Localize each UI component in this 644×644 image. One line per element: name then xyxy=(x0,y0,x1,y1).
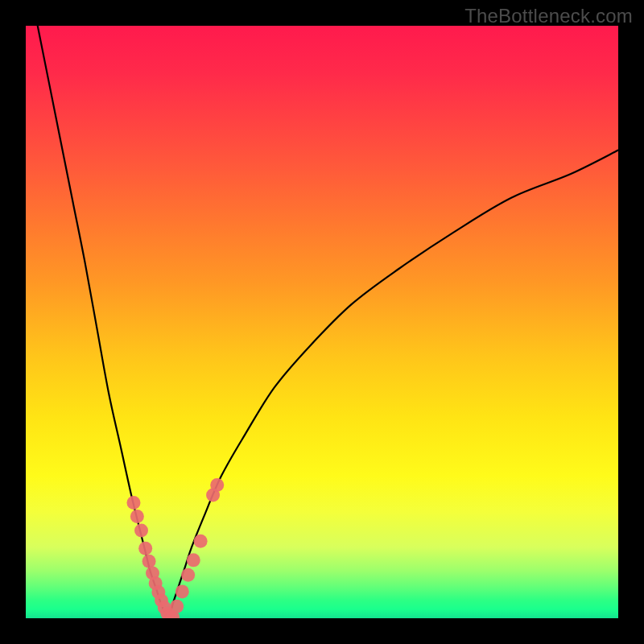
plot-area xyxy=(26,26,618,618)
chart-frame: TheBottleneck.com xyxy=(0,0,644,644)
watermark-text: TheBottleneck.com xyxy=(464,5,633,27)
data-point xyxy=(126,496,140,510)
curve-group xyxy=(38,26,618,618)
data-point xyxy=(170,600,184,613)
chart-svg xyxy=(26,26,618,618)
data-point xyxy=(175,584,189,598)
data-point xyxy=(181,568,195,582)
data-point xyxy=(210,478,224,492)
data-point xyxy=(134,524,148,538)
data-point xyxy=(138,542,152,555)
data-point xyxy=(187,553,200,567)
data-point xyxy=(130,510,144,523)
data-point xyxy=(194,535,208,548)
curve-path xyxy=(38,26,618,618)
data-point xyxy=(142,555,156,568)
